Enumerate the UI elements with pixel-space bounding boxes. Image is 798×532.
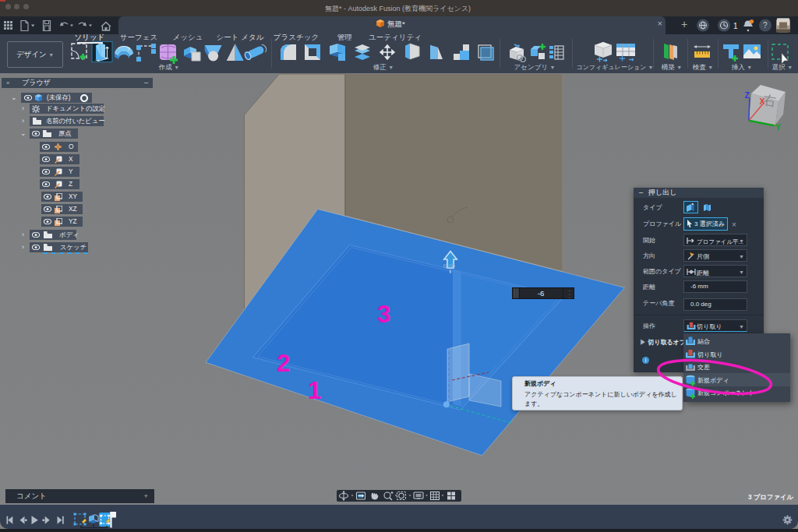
svg-text:?: ?: [763, 21, 768, 30]
svg-text:6.00: 6.00: [443, 262, 456, 270]
svg-text:Z: Z: [745, 90, 750, 100]
svg-text:X: X: [760, 97, 765, 106]
svg-text:Y: Y: [775, 122, 781, 132]
svg-text:1: 1: [733, 22, 738, 30]
